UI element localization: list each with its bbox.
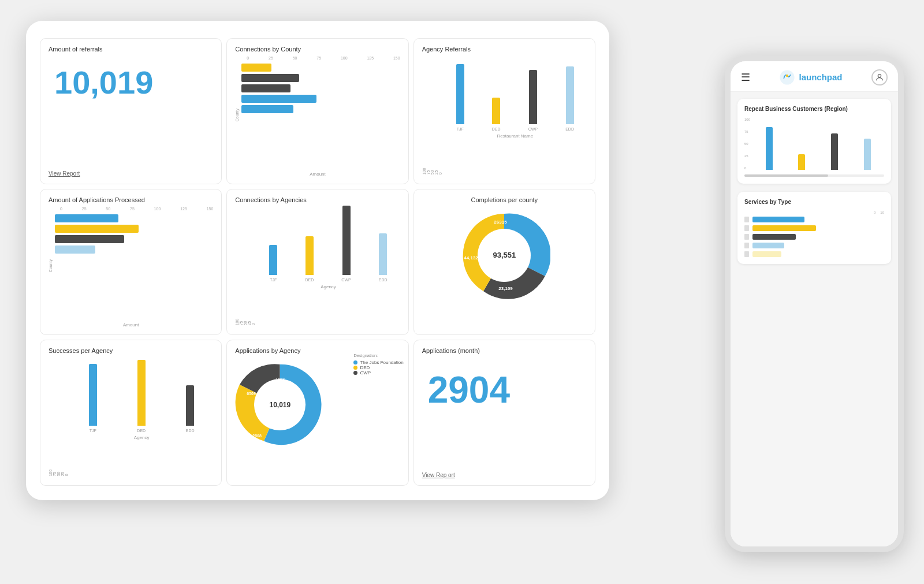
vbar-lightblue-ca-edd (379, 233, 387, 275)
card-applications-month: Applications (month) 2904 View Rep ort (413, 340, 595, 486)
phone-inner: ☰ launchpad (731, 61, 898, 546)
phone-vbar-dark-rb-2 (831, 133, 838, 170)
vbar-group-s-tjf: TJF (89, 364, 97, 433)
vbar-chart-connections-agencies: TJF DED CWP EDD (256, 207, 400, 282)
legend-label-ded: DED (360, 365, 370, 370)
phone-vbar-chart-rb (752, 118, 884, 170)
scene: Amount of referrals 10,019 View Report C… (14, 9, 910, 575)
card-title-amount-referrals: Amount of referrals (49, 46, 213, 53)
x-axis-connections-agencies: Agency (256, 284, 400, 289)
legend-applications-agency: Designation: The Jobs Foundation DED CWP (353, 353, 403, 375)
vbar-label-ca-ded: DED (305, 278, 314, 282)
phone-y-axis-rb: 100 75 50 25 0 (744, 118, 750, 170)
vbar-bars-s-edd (186, 385, 194, 426)
phone: ☰ launchpad (725, 55, 904, 552)
legend-item-tjf: The Jobs Foundation (353, 360, 403, 365)
vbar-bars-ca-ded (305, 236, 314, 275)
card-agency-referrals: Agency Referrals 100 75 50 25 0 TJF (413, 38, 595, 184)
vbar-area-successes: 100 75 50 25 0 TJF DED (49, 358, 213, 478)
phone-scrollbar-rb[interactable] (744, 174, 884, 177)
y-axis-connections-agencies: 100 75 50 25 0 (235, 207, 255, 328)
vbar-label-cwp: CWP (528, 127, 538, 131)
vbar-area-connections-agencies: 100 75 50 25 0 TJF DED (235, 207, 400, 328)
vbar-inner-agency-referrals: TJF DED CWP EDD (444, 56, 587, 177)
vbar-label-edd: EDD (565, 127, 574, 131)
hbar-blue-3 (241, 95, 316, 103)
hamburger-icon[interactable]: ☰ (741, 71, 750, 84)
scale-row-county: 0 25 50 75 100 125 150 (235, 56, 400, 60)
hbar-yellow-app-1 (55, 225, 139, 233)
vbar-inner-successes: TJF DED EDD Agency (70, 358, 213, 478)
legend-dot-ded (353, 366, 357, 370)
view-report-referrals[interactable]: View Report (49, 170, 213, 177)
donut-wrapper-applications-agency: 10,019 1003 6509 2508 (235, 360, 325, 449)
vbar-bars-ca-tjf (269, 245, 277, 275)
x-axis-successes: Agency (70, 435, 213, 440)
service-bar-yellow-1 (752, 225, 816, 231)
legend-dot-tjf (353, 360, 357, 364)
vbar-group-cwp: CWP (528, 70, 538, 131)
phone-services-scale: 0 10 (744, 211, 884, 214)
card-amount-referrals: Amount of referrals 10,019 View Report (40, 38, 222, 184)
phone-card-title-repeat-business: Repeat Business Customers (Region) (744, 106, 884, 112)
service-row-3 (744, 243, 884, 248)
card-title-agency-referrals: Agency Referrals (422, 46, 587, 53)
phone-vbar-bars-rb-3 (864, 139, 871, 170)
hbar-row-0 (241, 64, 400, 72)
card-connections-agencies: Connections by Agencies 100 75 50 25 0 T… (226, 189, 408, 335)
vbar-label-ca-cwp: CWP (341, 278, 351, 282)
logo-area: launchpad (779, 69, 842, 85)
legend-item-cwp: CWP (353, 370, 403, 375)
vbar-bars-ca-edd (379, 233, 387, 275)
card-title-applications-month: Applications (month) (422, 347, 587, 354)
phone-vbar-bars-rb-2 (831, 133, 838, 170)
view-report-applications-month[interactable]: View Rep ort (422, 472, 587, 478)
vbar-area-agency-referrals: 100 75 50 25 0 TJF DED (422, 56, 587, 177)
phone-vbar-lightblue-rb-3 (864, 139, 871, 170)
vbar-group-ca-ded: DED (305, 236, 314, 282)
phone-vbar-yellow-rb-1 (798, 154, 805, 170)
user-icon[interactable] (871, 69, 888, 85)
phone-header: ☰ launchpad (731, 61, 898, 92)
hbar-dark-2 (241, 84, 290, 92)
user-svg (875, 73, 884, 82)
donut-label-blue-completions: 44,132 (464, 255, 478, 261)
hbar-row-4 (241, 105, 400, 113)
service-label-4 (744, 251, 749, 257)
card-title-successes-agency: Successes per Agency (49, 347, 213, 354)
phone-vbar-group-rb-0 (766, 127, 773, 170)
donut-area-completions: 93,551 26315 44,132 23,109 (458, 209, 550, 302)
service-label-2 (744, 234, 749, 240)
card-completions-county: Completions per county 93,551 2 (413, 189, 595, 335)
vbar-group-s-edd: EDD (186, 385, 195, 433)
y-axis-agency-referrals: 100 75 50 25 0 (422, 56, 442, 177)
hbar-chart-applications (55, 214, 213, 320)
phone-vbar-group-rb-2 (831, 133, 838, 170)
vbar-group-ca-tjf: TJF (269, 245, 277, 282)
card-connections-county: Connections by County 0 25 50 75 100 125… (226, 38, 408, 184)
donut-value-completions: 93,551 (493, 251, 516, 259)
service-bar-dark-2 (752, 234, 796, 240)
donut-value-aa: 10,019 (269, 401, 290, 409)
hbar-chart-county (241, 64, 400, 169)
service-row-1 (744, 225, 884, 231)
card-applications-agency: Applications by Agency Designation: The … (226, 340, 408, 486)
vbar-chart-successes: TJF DED EDD (70, 358, 213, 433)
phone-card-services-type: Services by Type 0 10 (737, 192, 891, 264)
hbar-row-1 (241, 74, 400, 82)
vbar-bars-s-ded (137, 360, 146, 426)
service-row-2 (744, 234, 884, 240)
logo-circle (780, 70, 795, 84)
donut-center-applications-agency: 10,019 (269, 401, 290, 409)
card-successes-agency: Successes per Agency 100 75 50 25 0 TJF (40, 340, 222, 486)
vbar-label-ca-edd: EDD (379, 278, 388, 282)
phone-card-repeat-business: Repeat Business Customers (Region) 100 7… (737, 99, 891, 184)
hbar-row-2 (241, 84, 400, 92)
service-bar-lightyellow-4 (752, 251, 781, 257)
service-row-4 (744, 251, 884, 257)
phone-card-title-services-type: Services by Type (744, 199, 884, 205)
x-axis-applications: Amount (49, 322, 213, 328)
vbar-blue-tjf (456, 64, 464, 124)
big-number-referrals: 10,019 (54, 66, 213, 99)
phone-vbar-group-rb-1 (798, 154, 805, 170)
